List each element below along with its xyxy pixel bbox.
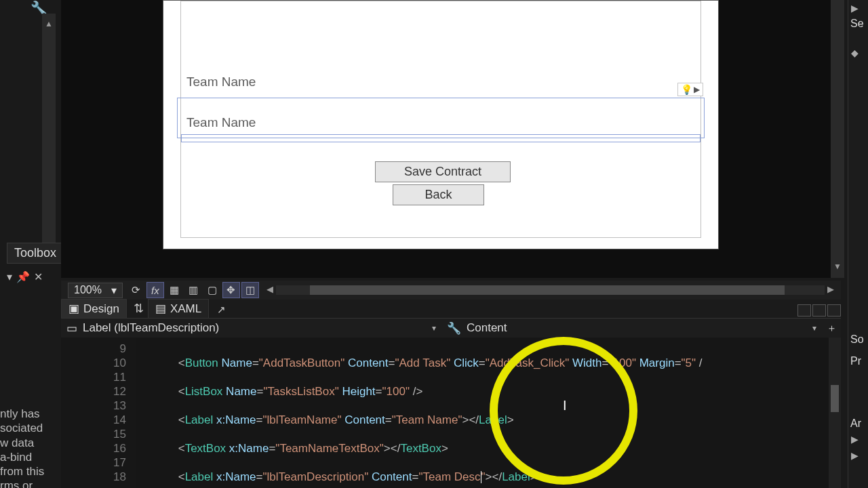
pane-tabs: ▣ Design ⇅ ▤ XAML ↗ — [61, 300, 841, 319]
selection-outline[interactable] — [177, 98, 705, 138]
chevron-right-icon: ▶ — [694, 85, 700, 94]
xaml-editor[interactable]: 9101112131415161718 <Button Name="AddTas… — [61, 338, 841, 488]
wrench-icon[interactable]: 🔧 — [31, 0, 51, 14]
panel-label-se[interactable]: Se — [848, 16, 868, 31]
panel-options: ▾ 📌 ✕ — [7, 270, 54, 283]
property-combo[interactable]: 🔧 Content ▾ — [441, 321, 822, 336]
popout-button[interactable]: ↗ — [212, 302, 230, 318]
panel-label-ar[interactable]: Ar — [848, 416, 868, 431]
designer-scrollbar[interactable]: ▼ — [831, 0, 844, 278]
xaml-icon: ▤ — [155, 302, 166, 316]
scroll-up-icon[interactable]: ▲ — [45, 19, 53, 28]
pin-icon[interactable]: 📌 — [16, 270, 30, 283]
collapse-pane-button[interactable] — [827, 304, 841, 317]
team-name-label-2[interactable]: Team Name — [186, 115, 256, 130]
zoom-combo[interactable]: 100%▾ — [68, 283, 123, 298]
panel-label-pr[interactable]: Pr — [848, 354, 868, 369]
close-icon[interactable]: ✕ — [34, 270, 43, 283]
code-scrollbar[interactable] — [829, 338, 841, 488]
tab-xaml[interactable]: ▤ XAML — [148, 299, 209, 318]
left-truncated-text: ntly has sociated w data a-bind from thi… — [0, 407, 54, 488]
effects-button[interactable]: fx — [146, 282, 164, 298]
swap-panes-button[interactable]: ⇅ — [134, 301, 144, 316]
line-number-gutter: 9101112131415161718 — [61, 338, 136, 488]
panel-label-so[interactable]: So — [848, 332, 868, 347]
chevron-down-icon: ▾ — [812, 323, 816, 333]
expand-icon[interactable]: ▶ — [848, 447, 868, 464]
lightbulb-icon: 💡 — [681, 84, 692, 95]
dropdown-icon[interactable]: ▾ — [7, 270, 12, 283]
expand-icon[interactable]: ▶ — [848, 0, 868, 16]
horizontal-scrollbar[interactable]: ◀ ▶ — [264, 284, 837, 296]
snaplines-button[interactable]: ▥ — [184, 282, 202, 298]
add-button[interactable]: ＋ — [823, 320, 840, 336]
left-scrollbar[interactable]: ▲ ▼ — [42, 14, 56, 261]
grid-snap-button[interactable]: ▦ — [165, 282, 183, 298]
text-cursor-icon: I — [563, 399, 567, 413]
device-button[interactable]: ▢ — [203, 282, 221, 298]
split-horizontal-button[interactable] — [812, 304, 826, 317]
back-button[interactable]: Back — [393, 184, 484, 205]
lightbulb-hint[interactable]: 💡 ▶ — [677, 83, 703, 96]
design-icon: ▣ — [68, 302, 79, 316]
scroll-left-icon[interactable]: ◀ — [264, 284, 276, 296]
toggle-button-b[interactable]: ◫ — [241, 282, 259, 298]
element-combo[interactable]: ▭ Label (lblTeamDescription) ▾ — [61, 321, 441, 336]
tag-icon: ▭ — [66, 321, 77, 336]
expand-icon[interactable]: ▶ — [848, 431, 868, 447]
team-name-label-1[interactable]: Team Name — [186, 75, 256, 89]
refresh-button[interactable]: ⟳ — [127, 282, 145, 298]
scroll-right-icon[interactable]: ▶ — [825, 284, 837, 296]
designer-toolbar: 100%▾ ⟳ fx ▦ ▥ ▢ ✥ ◫ ◀ ▶ — [61, 281, 841, 300]
wrench-icon: 🔧 — [447, 321, 461, 336]
chevron-down-icon: ▾ — [111, 284, 117, 297]
chevron-down-icon: ▾ — [432, 323, 436, 333]
wpf-window-preview[interactable]: Team Name 💡 ▶ Team Name Save Contract Ba… — [163, 0, 719, 249]
toolbox-tab[interactable]: Toolbox — [7, 243, 64, 264]
toggle-button-a[interactable]: ✥ — [222, 282, 240, 298]
scroll-down-icon[interactable]: ▼ — [833, 262, 842, 271]
tab-design[interactable]: ▣ Design — [61, 299, 127, 318]
split-vertical-button[interactable] — [797, 304, 811, 317]
element-property-bar: ▭ Label (lblTeamDescription) ▾ 🔧 Content… — [61, 319, 841, 338]
textbox-outline[interactable] — [181, 134, 701, 142]
code-content[interactable]: <Button Name="AddTaskButton" Content="Ad… — [136, 338, 829, 488]
color-icon[interactable]: ◆ — [848, 45, 868, 61]
design-surface[interactable]: Team Name 💡 ▶ Team Name Save Contract Ba… — [61, 0, 841, 278]
right-docked-panels: ▶ Se ◆ So Pr Ar ▶ ▶ — [848, 0, 868, 488]
save-contract-button[interactable]: Save Contract — [375, 161, 511, 182]
